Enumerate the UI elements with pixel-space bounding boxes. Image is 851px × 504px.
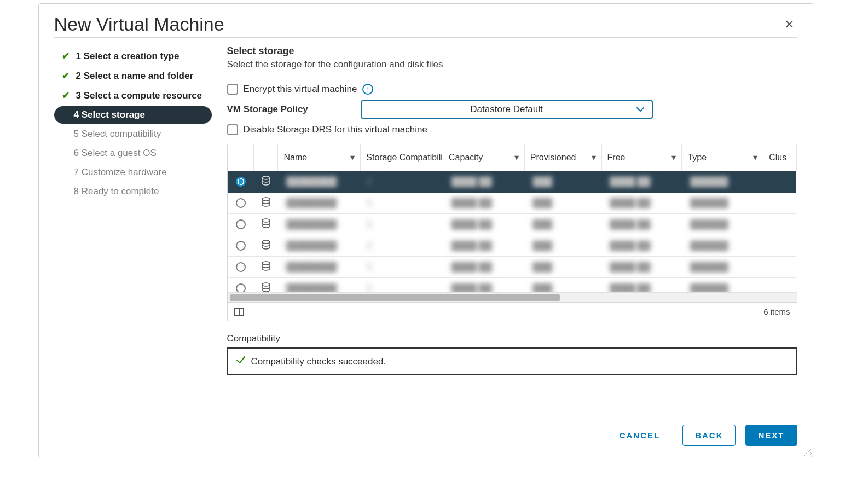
cell-name: ████████ — [283, 177, 340, 186]
cell-storage-compat — [366, 177, 373, 186]
col-free[interactable]: Free▾ — [601, 144, 682, 171]
datastore-icon — [260, 178, 271, 187]
disable-drs-row: Disable Storage DRS for this virtual mac… — [227, 124, 797, 135]
dialog-footer: CANCEL BACK NEXT — [607, 425, 797, 446]
cell-type: ██████ — [687, 219, 731, 229]
filter-icon[interactable]: ▾ — [671, 152, 676, 163]
grid-item-count: 6 items — [763, 307, 790, 316]
filter-icon[interactable]: ▾ — [592, 152, 596, 163]
table-row[interactable]: ████████████ █████████ ████████ — [228, 171, 797, 192]
storage-policy-select[interactable]: Datastore Default — [361, 100, 653, 119]
datastore-icon — [260, 263, 271, 273]
col-capacity[interactable]: Capacity▾ — [443, 144, 525, 171]
cell-free: ████ ██ — [607, 177, 653, 186]
info-icon[interactable]: i — [362, 84, 373, 95]
table-row[interactable]: ████████████ █████████ ████████ — [228, 213, 797, 235]
step-name-folder[interactable]: ✔ 2 Select a name and folder — [54, 67, 212, 85]
cell-capacity: ████ ██ — [449, 219, 495, 229]
cell-cluster — [763, 213, 796, 235]
cancel-button[interactable]: CANCEL — [607, 425, 673, 446]
row-radio[interactable] — [236, 241, 246, 251]
cell-cluster — [763, 192, 796, 213]
datastore-grid: Name▾ Storage Compatibility▾ Capacity▾ P… — [227, 144, 797, 321]
cell-type: ██████ — [687, 283, 731, 293]
wizard-steps: ✔ 1 Select a creation type ✔ 2 Select a … — [54, 45, 212, 375]
cell-capacity: ████ ██ — [449, 283, 495, 293]
encrypt-label: Encrypt this virtual machine — [244, 84, 357, 95]
step-compute-resource[interactable]: ✔ 3 Select a compute resource — [54, 86, 212, 105]
chevron-down-icon — [636, 104, 644, 115]
check-icon: ✔ — [62, 70, 71, 82]
col-cluster[interactable]: Clus — [763, 144, 796, 171]
step-ready-complete: 8 Ready to complete — [54, 183, 212, 200]
svg-point-0 — [262, 176, 270, 179]
filter-icon[interactable]: ▾ — [350, 152, 355, 163]
grid-footer: 6 items — [228, 302, 797, 321]
cell-provisioned: ███ — [530, 198, 555, 207]
filter-icon[interactable]: ▾ — [514, 152, 519, 163]
compatibility-message: Compatibility checks succeeded. — [251, 356, 386, 367]
check-icon: ✔ — [62, 90, 71, 101]
cell-provisioned: ███ — [530, 177, 555, 186]
cell-cluster — [763, 235, 796, 256]
cell-name: ████████ — [283, 283, 340, 293]
cell-capacity: ████ ██ — [449, 198, 495, 207]
filter-icon[interactable]: ▾ — [753, 152, 757, 163]
resize-grip-icon[interactable] — [804, 448, 812, 456]
cell-free: ████ ██ — [607, 283, 653, 293]
next-button[interactable]: NEXT — [745, 425, 797, 446]
col-icon — [254, 144, 278, 171]
row-radio[interactable] — [236, 262, 246, 272]
table-row[interactable]: ████████████ █████████ ████████ — [228, 192, 797, 213]
step-creation-type[interactable]: ✔ 1 Select a creation type — [54, 47, 212, 65]
datastore-icon — [260, 221, 271, 230]
col-type[interactable]: Type▾ — [682, 144, 763, 171]
svg-point-2 — [262, 219, 270, 222]
scrollbar-thumb[interactable] — [230, 294, 560, 301]
row-radio[interactable] — [236, 219, 246, 229]
col-provisioned[interactable]: Provisioned▾ — [524, 144, 601, 171]
close-icon[interactable]: ✕ — [781, 14, 797, 35]
cell-provisioned: ███ — [530, 283, 555, 293]
compatibility-label: Compatibility — [227, 333, 797, 344]
svg-point-4 — [262, 262, 270, 265]
cell-capacity: ████ ██ — [449, 262, 495, 271]
svg-point-1 — [262, 198, 270, 201]
table-row[interactable]: ████████████ █████████ ████████ — [228, 277, 797, 292]
disable-drs-label: Disable Storage DRS for this virtual mac… — [244, 124, 427, 135]
col-select — [228, 144, 254, 171]
disable-drs-checkbox[interactable] — [227, 124, 238, 135]
cell-name: ████████ — [283, 262, 340, 271]
col-storage-compat[interactable]: Storage Compatibility▾ — [361, 144, 443, 171]
table-row[interactable]: ████████████ █████████ ████████ — [228, 235, 797, 256]
encrypt-checkbox[interactable] — [227, 84, 238, 95]
col-name[interactable]: Name▾ — [278, 144, 361, 171]
grid-horizontal-scrollbar[interactable] — [228, 292, 797, 302]
row-radio[interactable] — [236, 177, 246, 187]
cell-free: ████ ██ — [607, 198, 653, 207]
policy-row: VM Storage Policy Datastore Default — [227, 100, 797, 119]
back-button[interactable]: BACK — [682, 425, 736, 446]
table-row[interactable]: ████████████ █████████ ████████ — [228, 256, 797, 277]
cell-cluster — [763, 277, 796, 292]
new-vm-dialog: New Virtual Machine ✕ ✔ 1 Select a creat… — [38, 3, 813, 457]
storage-content: Select storage Select the storage for th… — [227, 45, 797, 375]
step-select-storage[interactable]: 4 Select storage — [54, 106, 212, 124]
check-icon — [236, 355, 246, 368]
row-radio[interactable] — [236, 283, 246, 292]
cell-free: ████ ██ — [607, 219, 653, 229]
check-icon: ✔ — [62, 50, 71, 62]
step-customize-hardware: 7 Customize hardware — [54, 164, 212, 181]
cell-capacity: ████ ██ — [449, 241, 495, 250]
cell-provisioned: ███ — [530, 241, 555, 250]
cell-type: ██████ — [687, 198, 731, 207]
cell-cluster — [763, 171, 796, 192]
column-toggle-icon[interactable] — [234, 308, 244, 316]
section-title: Select storage — [227, 45, 797, 57]
datastore-icon — [260, 242, 271, 251]
cell-storage-compat — [366, 219, 373, 229]
step-guest-os: 6 Select a guest OS — [54, 144, 212, 162]
row-radio[interactable] — [236, 198, 246, 208]
dialog-header: New Virtual Machine ✕ — [54, 4, 797, 38]
cell-name: ████████ — [283, 219, 340, 229]
